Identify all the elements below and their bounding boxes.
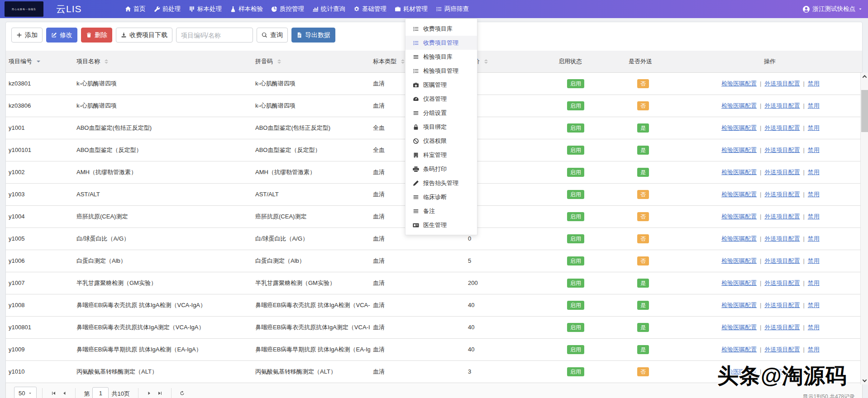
dropdown-item[interactable]: 临床诊断 xyxy=(405,190,477,204)
action-disable[interactable]: 禁用 xyxy=(808,302,820,308)
action-outsource-config[interactable]: 外送项目配置 xyxy=(764,346,800,353)
delete-button[interactable]: 删除 xyxy=(81,28,112,43)
cell-specimen: 血清 xyxy=(370,360,465,383)
nav-item[interactable]: 质控管理 xyxy=(271,5,304,13)
download-button[interactable]: 收费项目下载 xyxy=(116,28,172,43)
action-disable[interactable]: 禁用 xyxy=(808,191,820,198)
outsource-badge: 否 xyxy=(637,190,649,199)
col-header-price[interactable]: 单价 xyxy=(465,51,556,72)
table-row[interactable]: y1006 白蛋白测定（Alb） 白蛋白测定（Alb） 血清 5 启用 否 检验… xyxy=(6,250,862,272)
action-exam-order-config[interactable]: 检验医嘱配置 xyxy=(721,280,757,286)
col-header-name[interactable]: 项目名称 xyxy=(74,51,253,72)
action-outsource-config[interactable]: 外送项目配置 xyxy=(764,147,800,153)
nav-item[interactable]: 首页 xyxy=(125,5,146,13)
vertical-scrollbar[interactable] xyxy=(860,73,868,384)
action-exam-order-config[interactable]: 检验医嘱配置 xyxy=(721,169,757,175)
action-disable[interactable]: 禁用 xyxy=(808,102,820,109)
action-exam-order-config[interactable]: 检验医嘱配置 xyxy=(721,235,757,242)
action-exam-order-config[interactable]: 检验医嘱配置 xyxy=(721,346,757,353)
nav-item[interactable]: 标本处理 xyxy=(189,5,222,13)
action-outsource-config[interactable]: 外送项目配置 xyxy=(764,302,800,308)
action-disable[interactable]: 禁用 xyxy=(808,213,820,220)
action-exam-order-config[interactable]: 检验医嘱配置 xyxy=(721,147,757,153)
action-disable[interactable]: 禁用 xyxy=(808,147,820,153)
search-input[interactable] xyxy=(176,28,253,43)
action-outsource-config[interactable]: 外送项目配置 xyxy=(764,324,800,331)
action-outsource-config[interactable]: 外送项目配置 xyxy=(764,213,800,220)
nav-item[interactable]: 统计查询 xyxy=(312,5,345,13)
action-exam-order-config[interactable]: 检验医嘱配置 xyxy=(721,191,757,198)
page-number-input[interactable] xyxy=(92,387,109,398)
dropdown-item[interactable]: 科室管理 xyxy=(405,148,477,162)
action-exam-order-config[interactable]: 检验医嘱配置 xyxy=(721,213,757,220)
last-page-button[interactable] xyxy=(155,387,166,398)
action-disable[interactable]: 禁用 xyxy=(808,324,820,331)
dropdown-item[interactable]: 医生管理 xyxy=(405,218,477,232)
action-disable[interactable]: 禁用 xyxy=(808,169,820,175)
action-disable[interactable]: 禁用 xyxy=(808,257,820,264)
action-exam-order-config[interactable]: 检验医嘱配置 xyxy=(721,257,757,264)
cell-name: AST/ALT xyxy=(74,183,253,205)
action-outsource-config[interactable]: 外送项目配置 xyxy=(764,102,800,109)
action-outsource-config[interactable]: 外送项目配置 xyxy=(764,124,800,131)
nav-item[interactable]: 耗材管理 xyxy=(395,5,428,13)
table-row[interactable]: y1009 鼻咽癌EB病毒早期抗原 抗体IgA检测（EA-IgA） 鼻咽癌EB病… xyxy=(6,338,862,360)
action-disable[interactable]: 禁用 xyxy=(808,80,820,87)
action-disable[interactable]: 禁用 xyxy=(808,235,820,242)
caret-down-icon xyxy=(858,7,863,11)
action-disable[interactable]: 禁用 xyxy=(808,346,820,353)
action-outsource-config[interactable]: 外送项目配置 xyxy=(764,191,800,198)
cell-name: 丙氨酸氨基转移酶测定（ALT） xyxy=(74,360,253,383)
first-page-button[interactable] xyxy=(48,387,59,398)
action-outsource-config[interactable]: 外送项目配置 xyxy=(764,280,800,286)
action-exam-order-config[interactable]: 检验医嘱配置 xyxy=(721,80,757,87)
nav-item[interactable]: 前处理 xyxy=(154,5,181,13)
refresh-button[interactable] xyxy=(177,387,188,398)
nav-item[interactable]: 样本检验 xyxy=(230,5,263,13)
dropdown-item[interactable]: 项目绑定 xyxy=(405,120,477,134)
query-button[interactable]: 查询 xyxy=(257,28,288,43)
table-row[interactable]: y1007 半乳甘露聚糖检测（GM实验） 半乳甘露聚糖检测（GM实验） 血清 2… xyxy=(6,272,862,294)
nav-item[interactable]: 基础管理 xyxy=(353,5,386,13)
edit-button[interactable]: 修改 xyxy=(46,28,77,43)
action-outsource-config[interactable]: 外送项目配置 xyxy=(764,235,800,242)
dropdown-item[interactable]: 条码打印 xyxy=(405,162,477,176)
action-disable[interactable]: 禁用 xyxy=(808,280,820,286)
action-exam-order-config[interactable]: 检验医嘱配置 xyxy=(721,302,757,308)
col-header-pinyin[interactable]: 拼音码 xyxy=(253,51,370,72)
col-header-code[interactable]: 项目编号 xyxy=(6,51,74,72)
dropdown-item[interactable]: 报告抬头管理 xyxy=(405,176,477,190)
scroll-down-button[interactable] xyxy=(861,377,868,384)
scroll-up-button[interactable] xyxy=(861,73,868,81)
action-outsource-config[interactable]: 外送项目配置 xyxy=(764,257,800,264)
action-disable[interactable]: 禁用 xyxy=(808,124,820,131)
action-exam-order-config[interactable]: 检验医嘱配置 xyxy=(721,324,757,331)
page-size-select[interactable]: 50 xyxy=(14,387,37,398)
action-outsource-config[interactable]: 外送项目配置 xyxy=(764,169,800,175)
action-exam-order-config[interactable]: 检验医嘱配置 xyxy=(721,124,757,131)
add-button-label: 添加 xyxy=(25,31,38,39)
action-outsource-config[interactable]: 外送项目配置 xyxy=(764,80,800,87)
dropdown-item[interactable]: 仪器管理 xyxy=(405,92,477,106)
export-button[interactable]: 导出数据 xyxy=(291,28,335,43)
dropdown-item[interactable]: 仪器权限 xyxy=(405,134,477,148)
dropdown-item[interactable]: 收费项目管理 xyxy=(405,36,477,50)
user-menu[interactable]: 浙江测试快检点 xyxy=(802,5,863,13)
dropdown-item[interactable]: 检验项目库 xyxy=(405,50,477,64)
cell-specimen: 血清 xyxy=(370,272,465,294)
dropdown-item[interactable]: 检验项目管理 xyxy=(405,64,477,78)
dropdown-item[interactable]: 备注 xyxy=(405,204,477,218)
table-row[interactable]: y1008 鼻咽癌EB病毒衣壳抗原 抗体IgA检测（VCA-IgA） 鼻咽癌EB… xyxy=(6,294,862,316)
table-row[interactable]: y100801 鼻咽癌EB病毒衣壳抗原抗体IgA测定（VCA-IgA） 鼻咽癌E… xyxy=(6,316,862,338)
add-button[interactable]: 添加 xyxy=(11,28,43,43)
dropdown-item[interactable]: 医嘱管理 xyxy=(405,78,477,92)
nav-item[interactable]: 两癌筛查 xyxy=(436,5,469,13)
dropdown-item[interactable]: 分组设置 xyxy=(405,106,477,120)
dropdown-item-icon xyxy=(413,180,419,186)
action-exam-order-config[interactable]: 检验医嘱配置 xyxy=(721,102,757,109)
scrollbar-thumb[interactable] xyxy=(861,90,868,132)
cell-code: y1007 xyxy=(6,272,74,294)
next-page-button[interactable] xyxy=(144,387,155,398)
prev-page-button[interactable] xyxy=(59,387,70,398)
dropdown-item[interactable]: 收费项目库 xyxy=(405,22,477,36)
